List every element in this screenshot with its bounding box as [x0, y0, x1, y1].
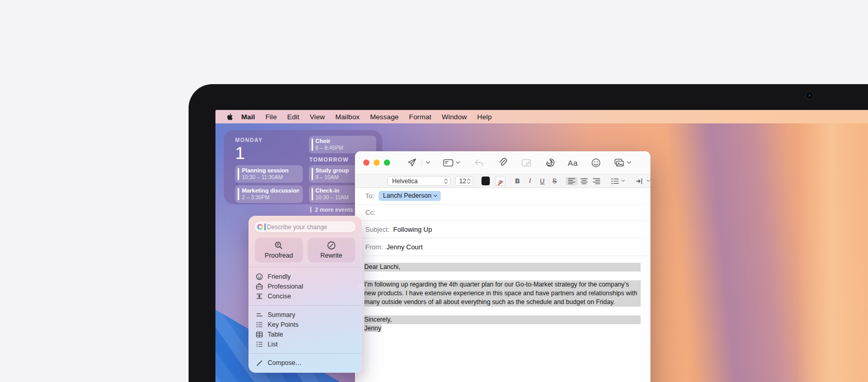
menu-mail[interactable]: Mail [236, 113, 260, 121]
describe-change-field[interactable] [255, 221, 355, 232]
text-caret [265, 224, 266, 230]
send-button[interactable] [407, 157, 417, 168]
align-left-button[interactable] [566, 177, 578, 185]
menu-edit[interactable]: Edit [282, 113, 305, 121]
bg-color-glyph: a [499, 178, 502, 184]
cc-field-row[interactable]: Cc: [355, 204, 650, 221]
body-signature: Jenny [364, 325, 381, 332]
recipient-token[interactable]: Lanchi Pederson [379, 191, 441, 201]
close-button[interactable] [363, 160, 369, 166]
compose-toolbar: Aa [355, 151, 650, 174]
font-family-select[interactable]: Helvetica [388, 176, 451, 186]
minimize-button[interactable] [374, 160, 380, 166]
font-name-value: Helvetica [392, 178, 417, 185]
indent-button[interactable] [636, 178, 650, 184]
from-value: Jenny Court [386, 243, 423, 251]
event-time: 2 – 3:30PM [242, 194, 299, 200]
tone-concise-item[interactable]: Concise [255, 291, 355, 301]
calendar-event[interactable]: Marketing discussion 2 – 3:30PM [235, 185, 303, 203]
send-options-chevron[interactable] [426, 161, 430, 164]
text-color-well[interactable] [482, 177, 490, 185]
toolbar-divider [422, 159, 422, 167]
menu-window[interactable]: Window [437, 113, 472, 121]
compose-pencil-icon [256, 359, 263, 367]
from-label: From: [365, 243, 383, 251]
align-right-icon [593, 178, 600, 184]
writing-tools-button[interactable] [545, 157, 555, 168]
list-style-button[interactable] [611, 178, 625, 184]
menu-message[interactable]: Message [365, 113, 404, 121]
align-center-icon [580, 178, 588, 184]
event-title: Choir [316, 138, 373, 145]
popup-separator [249, 353, 362, 354]
reply-arrow-icon [474, 158, 484, 167]
emoji-smiley-icon [591, 158, 601, 168]
menu-view[interactable]: View [304, 113, 330, 121]
header-fields-button[interactable] [443, 158, 460, 167]
proofread-button[interactable]: Proofread [255, 237, 303, 263]
format-button[interactable]: Aa [568, 158, 578, 167]
photo-browser-button[interactable] [613, 158, 631, 168]
font-size-value: 12 [459, 178, 466, 185]
transform-list-item[interactable]: List [255, 339, 355, 349]
message-body[interactable]: Dear Lanchi, I’m following up regarding … [355, 256, 650, 333]
from-field-row[interactable]: From: Jenny Court [355, 238, 650, 256]
chevron-down-icon [646, 180, 650, 182]
body-signature-line: Jenny [364, 324, 641, 333]
background-color-well[interactable]: a [495, 176, 505, 186]
stepper-icon [467, 178, 471, 184]
apple-intelligence-glyph-icon [257, 224, 263, 230]
menu-file[interactable]: File [260, 113, 282, 121]
align-right-button[interactable] [591, 177, 602, 185]
subject-value: Following Up [393, 226, 432, 233]
stepper-icon [444, 178, 448, 184]
underline-button[interactable]: U [538, 178, 546, 185]
item-label: Summary [268, 311, 295, 319]
writing-tools-popup: Proofread Rewrite Friendly Professional … [249, 216, 362, 373]
bold-button[interactable]: B [514, 178, 521, 185]
compose-window: Aa Helvetica 12 [355, 151, 650, 382]
font-size-stepper[interactable]: 12 [455, 176, 473, 186]
transform-key-points-item[interactable]: Key Points [255, 320, 355, 329]
rewrite-button[interactable]: Rewrite [307, 237, 356, 263]
body-paragraph: I’m following up regarding the 4th quart… [364, 280, 641, 307]
strikethrough-button[interactable]: S [551, 178, 559, 185]
subject-field-row[interactable]: Subject: Following Up [355, 221, 650, 238]
popup-separator [249, 305, 362, 306]
align-center-button[interactable] [578, 177, 590, 185]
proofread-label: Proofread [265, 252, 293, 259]
header-fields-icon [443, 158, 454, 167]
menu-help[interactable]: Help [472, 113, 497, 121]
zoom-button[interactable] [384, 160, 390, 166]
desktop-screen: Mail File Edit View Mailbox Message Form… [215, 110, 868, 382]
markup-button [521, 158, 532, 167]
tone-professional-item[interactable]: Professional [255, 281, 355, 291]
body-greeting: Dear Lanchi, [364, 263, 641, 272]
apple-menu[interactable] [226, 113, 233, 121]
calendar-event[interactable]: Planning session 10:30 – 11:30AM [235, 165, 303, 183]
transform-table-item[interactable]: Table [255, 329, 355, 339]
attach-button[interactable] [498, 157, 507, 168]
item-label: Table [268, 331, 283, 338]
key-points-icon [256, 321, 263, 328]
menu-format[interactable]: Format [404, 113, 437, 121]
smiley-icon [256, 273, 263, 280]
photos-icon [613, 158, 625, 168]
italic-button[interactable]: I [526, 177, 534, 185]
tone-friendly-item[interactable]: Friendly [255, 272, 355, 281]
calendar-day-label: MONDAY [235, 137, 303, 143]
calendar-event[interactable]: Choir 8 – 8:45PM [309, 136, 377, 153]
proofread-magnifier-icon [274, 241, 283, 250]
event-title: Planning session [242, 167, 299, 174]
emoji-button[interactable] [591, 158, 601, 168]
event-bar [310, 206, 312, 213]
to-field-row[interactable]: To: Lanchi Pederson [355, 188, 650, 204]
menu-mailbox[interactable]: Mailbox [330, 113, 365, 121]
alignment-group [566, 177, 602, 185]
apple-intelligence-icon [545, 157, 555, 168]
describe-change-input[interactable] [267, 224, 345, 231]
compose-item[interactable]: Compose… [255, 358, 355, 368]
transform-summary-item[interactable]: Summary [255, 310, 355, 320]
paperclip-icon [498, 157, 507, 168]
more-events-label: 2 more events [315, 206, 353, 213]
